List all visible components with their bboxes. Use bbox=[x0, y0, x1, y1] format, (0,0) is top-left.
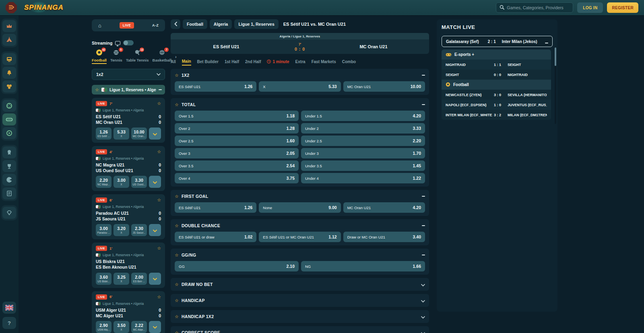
odds-button[interactable]: 10.00MC Oran... bbox=[131, 127, 147, 140]
section-football[interactable]: Football bbox=[442, 80, 551, 90]
tab-extra[interactable]: Extra bbox=[295, 60, 305, 65]
match-card[interactable]: LIVE6' Ligue 1, Reserves • Algeria USM A… bbox=[92, 291, 165, 333]
home-button[interactable]: ⌂ bbox=[98, 23, 101, 29]
outcome-button[interactable]: Over 21.28 bbox=[175, 123, 299, 134]
collapse-market-button[interactable] bbox=[422, 225, 425, 226]
outcome-button[interactable]: NG1.66 bbox=[301, 261, 425, 271]
odds-button[interactable]: 3.30US Oued... bbox=[131, 176, 147, 188]
tab-2nd-half[interactable]: 2nd Half bbox=[245, 60, 261, 65]
favorite-star-icon[interactable] bbox=[175, 282, 179, 287]
outcome-button[interactable]: Over 43.75 bbox=[175, 173, 299, 183]
language-button[interactable] bbox=[2, 302, 16, 314]
odds-button[interactable]: 2.30JS Saour... bbox=[131, 224, 147, 236]
outcome-button[interactable]: Draw or MC Oran U213.40 bbox=[343, 232, 425, 242]
odds-button[interactable]: 1.26ES Sétif ... bbox=[96, 127, 111, 140]
favorite-star-icon[interactable] bbox=[175, 103, 179, 107]
odds-button[interactable]: 3.00X bbox=[114, 176, 129, 188]
tab-main[interactable]: Main bbox=[182, 59, 191, 66]
sport-tab-basketball[interactable]: 7 Basketball bbox=[153, 49, 172, 62]
pinned-match[interactable]: Galatasaray (Sef) 2 : 1 Inter Milan (Jek… bbox=[442, 36, 553, 47]
outcome-button[interactable]: Over 1.51.18 bbox=[175, 111, 299, 121]
odds-button[interactable]: 3.20X bbox=[114, 224, 129, 236]
back-button[interactable] bbox=[171, 19, 180, 29]
outcome-button[interactable]: ES Sétif U21 or MC Oran U211.12 bbox=[259, 232, 341, 242]
expand-market-button[interactable] bbox=[421, 330, 425, 333]
live-match-row[interactable]: NEWCASTLE (ZYEN) 3 : 0 SEVILLA (HERMANIT… bbox=[442, 90, 551, 100]
search-input[interactable] bbox=[507, 5, 570, 10]
rail-live-casino-button[interactable] bbox=[2, 113, 16, 125]
expand-match-button[interactable] bbox=[149, 273, 161, 285]
outcome-button[interactable]: Under 41.22 bbox=[301, 173, 425, 183]
outcome-button[interactable]: GG2.10 bbox=[175, 261, 299, 271]
collapse-panel-button[interactable] bbox=[545, 39, 548, 45]
rail-rewards-button[interactable] bbox=[2, 146, 16, 158]
sport-tab-football[interactable]: 42 Football bbox=[92, 49, 107, 64]
outcome-button[interactable]: Under 2.52.20 bbox=[301, 136, 425, 146]
favorite-star-icon[interactable] bbox=[175, 253, 179, 257]
favorite-star-icon[interactable] bbox=[175, 224, 179, 228]
tab-1-minute[interactable]: 1 minute bbox=[267, 60, 289, 66]
favorite-star-icon[interactable] bbox=[157, 246, 161, 251]
favorite-star-icon[interactable] bbox=[175, 314, 179, 319]
live-match-row[interactable]: INTER MILAN (ECF_WHITE_BOY1927) 3 : 2 MI… bbox=[442, 110, 551, 120]
rail-table-games-button[interactable] bbox=[2, 80, 16, 92]
favorite-star-icon[interactable] bbox=[175, 298, 179, 303]
outcome-button[interactable]: Over 3.52.54 bbox=[175, 160, 299, 171]
sport-tab-table-tennis[interactable]: 13 Table Tennis bbox=[126, 49, 149, 62]
logo[interactable]: SPINANGA bbox=[21, 3, 67, 12]
collapse-market-button[interactable] bbox=[422, 196, 425, 197]
menu-button[interactable] bbox=[6, 2, 17, 13]
rail-promotions-button[interactable] bbox=[2, 20, 16, 32]
rail-game-shows-button[interactable] bbox=[2, 127, 16, 139]
collapse-market-button[interactable] bbox=[422, 75, 425, 76]
expand-market-button[interactable] bbox=[421, 314, 425, 320]
odds-button[interactable]: 3.00Paradou ... bbox=[96, 224, 111, 236]
register-button[interactable]: REGISTER bbox=[607, 2, 638, 13]
streaming-toggle[interactable] bbox=[123, 40, 134, 45]
favorite-star-icon[interactable] bbox=[157, 295, 161, 299]
expand-match-button[interactable] bbox=[149, 176, 161, 188]
match-card[interactable]: LIVE7' Ligue 1, Reserves • Algeria ES Sé… bbox=[92, 98, 165, 143]
login-button[interactable]: LOG IN bbox=[577, 2, 603, 13]
favorite-star-icon[interactable] bbox=[175, 194, 179, 199]
expand-market-button[interactable] bbox=[421, 298, 425, 304]
az-sort-button[interactable]: A-Z bbox=[152, 23, 159, 27]
rail-jackpot-button[interactable] bbox=[2, 67, 16, 79]
expand-match-button[interactable] bbox=[149, 127, 161, 140]
live-match-row[interactable]: NIGHTRAID 1 : 1 SEIGHT bbox=[442, 60, 551, 70]
odds-button[interactable]: 2.22MC Alge... bbox=[131, 321, 147, 333]
match-card[interactable]: LIVE1' Ligue 1, Reserves • Algeria US Bi… bbox=[92, 243, 165, 288]
live-match-row[interactable]: SEIGHT 0 : 0 NIGHTRAID bbox=[442, 70, 551, 80]
odds-button[interactable]: 5.33X bbox=[114, 127, 129, 140]
odds-button[interactable]: 2.20NC Magr... bbox=[96, 176, 111, 188]
rail-vip-button[interactable] bbox=[2, 207, 16, 219]
favorite-star-icon[interactable] bbox=[157, 150, 161, 154]
rail-tournament-button[interactable] bbox=[2, 160, 16, 172]
favorite-star-icon[interactable] bbox=[175, 331, 179, 333]
collapse-icon[interactable] bbox=[159, 89, 162, 90]
favorite-star-icon[interactable] bbox=[157, 101, 161, 106]
scrollbar-thumb[interactable] bbox=[555, 47, 556, 66]
outcome-button[interactable]: None9.00 bbox=[259, 202, 341, 213]
live-tab[interactable]: LIVE bbox=[120, 22, 134, 29]
outcome-button[interactable]: ES Sétif U211.26 bbox=[175, 202, 256, 213]
collapse-market-button[interactable] bbox=[422, 255, 425, 255]
breadcrumb-sport[interactable]: Football bbox=[183, 19, 207, 29]
expand-match-button[interactable] bbox=[149, 321, 161, 333]
odds-button[interactable]: 3.50X bbox=[114, 321, 129, 333]
match-card[interactable]: LIVE4' Ligue 1, Reserves • Algeria NC Ma… bbox=[92, 146, 165, 191]
outcome-button[interactable]: MC Oran U2110.00 bbox=[343, 81, 425, 92]
favorite-star-icon[interactable] bbox=[95, 88, 99, 92]
outcome-button[interactable]: X5.33 bbox=[259, 81, 341, 92]
outcome-button[interactable]: Under 1.54.20 bbox=[301, 111, 425, 121]
outcome-button[interactable]: Under 31.70 bbox=[301, 148, 425, 158]
outcome-button[interactable]: Under 3.51.45 bbox=[301, 160, 425, 171]
sport-tab-tennis[interactable]: 5 Tennis bbox=[110, 49, 122, 62]
outcome-button[interactable]: MC Oran U214.20 bbox=[343, 202, 425, 213]
tab-all[interactable]: All bbox=[171, 60, 176, 65]
outcome-button[interactable]: Over 2.51.60 bbox=[175, 136, 299, 146]
rail-tournaments-button[interactable] bbox=[2, 34, 16, 46]
league-header[interactable]: Ligue 1, Reserves • Algeria bbox=[92, 85, 165, 95]
odds-button[interactable]: 3.25X bbox=[114, 273, 129, 285]
outcome-button[interactable]: Under 23.33 bbox=[301, 123, 425, 134]
